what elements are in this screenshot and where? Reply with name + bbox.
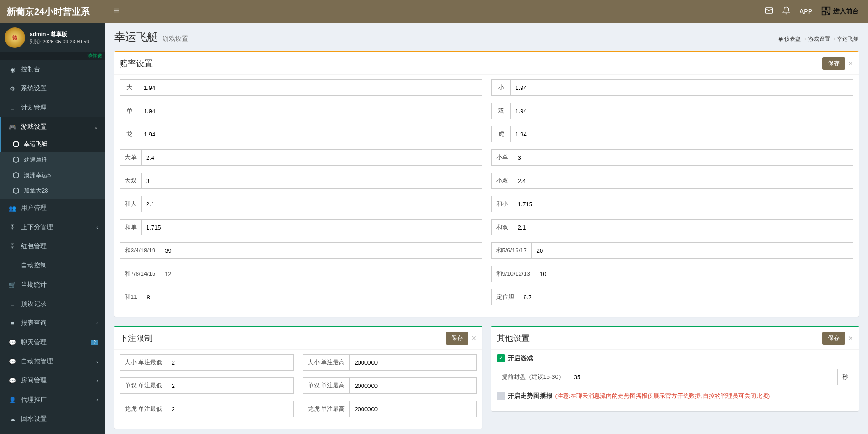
limit-input[interactable] xyxy=(167,401,294,417)
chevron-left-icon: ‹ xyxy=(96,359,98,364)
svg-rect-5 xyxy=(827,7,830,10)
odds-input[interactable] xyxy=(141,149,482,166)
odds-input[interactable] xyxy=(160,242,482,259)
odds-input[interactable] xyxy=(139,79,482,96)
top-navbar: 新葡京24小时营业系 APP 进入前台 xyxy=(0,0,868,23)
odds-label: 大双 xyxy=(120,173,141,189)
odds-input[interactable] xyxy=(139,126,482,142)
sidebar-item-console[interactable]: ◉控制台 xyxy=(0,60,105,79)
dashboard-icon: ◉ xyxy=(778,36,783,42)
sidebar-item-users[interactable]: 👥用户管理 xyxy=(0,199,105,218)
odds-label: 和5/6/16/17 xyxy=(491,242,531,259)
cloud-icon: ☁ xyxy=(8,416,16,423)
sidebar-toggle[interactable] xyxy=(105,7,128,16)
pre-close-input[interactable] xyxy=(569,369,838,385)
sidebar-item-autotuo[interactable]: 💬自动拖管理‹ xyxy=(0,352,105,371)
frontend-link[interactable]: 进入前台 xyxy=(821,6,859,17)
limit-input[interactable] xyxy=(167,354,294,371)
sidebar-item-system[interactable]: ⚙系统设置 xyxy=(0,79,105,98)
sidebar-item-plan[interactable]: ≡计划管理 xyxy=(0,98,105,117)
trend-label: 开启走势图播报 xyxy=(508,392,552,400)
sidebar-item-auto[interactable]: ≡自动控制 xyxy=(0,256,105,275)
users-icon: 👥 xyxy=(8,205,16,212)
chevron-left-icon: ‹ xyxy=(96,320,98,326)
sidebar-item-room[interactable]: 💬房间管理‹ xyxy=(0,371,105,390)
pre-close-label: 提前封盘（建议15-30） xyxy=(497,369,569,385)
list-icon: ≡ xyxy=(8,262,16,269)
sidebar-item-game[interactable]: 🎮游戏设置⌄ xyxy=(0,117,105,136)
database-icon: 🗄 xyxy=(8,243,16,250)
odds-input[interactable] xyxy=(513,149,854,166)
odds-label: 单 xyxy=(120,103,139,119)
odds-label: 和小 xyxy=(491,196,513,212)
odds-label: 和双 xyxy=(491,219,513,235)
sidebar: 德 admin - 尊享版 到期: 2025-05-09 23:59:59 游侠… xyxy=(0,23,105,434)
odds-input[interactable] xyxy=(510,103,854,119)
user-name: admin - 尊享版 xyxy=(30,31,89,38)
chevron-left-icon: ‹ xyxy=(96,397,98,403)
sidebar-item-agent[interactable]: 👤代理推广‹ xyxy=(0,390,105,409)
sidebar-subitem-jnd28[interactable]: 加拿大28 xyxy=(0,183,105,199)
odds-input[interactable] xyxy=(513,219,854,235)
limit-input[interactable] xyxy=(349,354,476,371)
odds-input[interactable] xyxy=(519,289,854,305)
odds-label: 小双 xyxy=(491,173,513,189)
sidebar-item-preset[interactable]: ≡预设记录 xyxy=(0,294,105,314)
user-expire: 2025-05-09 23:59:59 xyxy=(42,39,89,44)
odds-input[interactable] xyxy=(141,173,482,189)
close-icon[interactable]: ✕ xyxy=(471,335,477,342)
limit-input[interactable] xyxy=(349,377,476,394)
odds-label: 和大 xyxy=(120,196,141,212)
sidebar-subitem-jsmt[interactable]: 劲速摩托 xyxy=(0,152,105,167)
sidebar-item-chat[interactable]: 💬聊天管理2 xyxy=(0,333,105,352)
odds-input[interactable] xyxy=(535,266,853,282)
odds-input[interactable] xyxy=(510,126,854,142)
odds-input[interactable] xyxy=(139,103,482,119)
bell-icon[interactable] xyxy=(782,6,790,16)
odds-input[interactable] xyxy=(531,242,853,259)
odds-input[interactable] xyxy=(160,266,482,282)
mail-icon[interactable] xyxy=(765,6,773,16)
svg-rect-6 xyxy=(822,11,826,15)
odds-label: 龙 xyxy=(120,126,139,142)
save-button[interactable]: 保存 xyxy=(822,57,845,70)
odds-input[interactable] xyxy=(510,79,854,96)
sidebar-item-report[interactable]: ≡报表查询‹ xyxy=(0,314,105,333)
sidebar-item-score[interactable]: 🗄上下分管理‹ xyxy=(0,218,105,237)
chat-badge: 2 xyxy=(91,340,98,345)
odds-label: 大 xyxy=(120,79,139,96)
odds-input[interactable] xyxy=(142,289,482,305)
odds-input[interactable] xyxy=(513,196,854,212)
avatar: 德 xyxy=(5,27,25,48)
dashboard-icon: ◉ xyxy=(8,66,16,73)
chevron-left-icon: ‹ xyxy=(96,225,98,230)
circle-icon xyxy=(13,141,19,147)
odds-label: 和11 xyxy=(120,289,142,305)
other-title: 其他设置 xyxy=(497,333,530,344)
save-button[interactable]: 保存 xyxy=(822,332,845,345)
trend-checkbox[interactable] xyxy=(497,392,505,400)
limit-input[interactable] xyxy=(349,401,476,417)
save-button[interactable]: 保存 xyxy=(446,332,468,345)
close-icon[interactable]: ✕ xyxy=(848,335,853,342)
cart-icon: 🛒 xyxy=(8,282,16,288)
users-icon: 👤 xyxy=(8,397,16,403)
limit-label: 大小 单注最高 xyxy=(303,354,350,371)
close-icon[interactable]: ✕ xyxy=(848,60,853,67)
odds-input[interactable] xyxy=(141,219,482,235)
odds-input[interactable] xyxy=(513,173,854,189)
chevron-down-icon: ⌄ xyxy=(94,124,98,130)
limits-box: 下注限制 保存 ✕ 大小 单注最低大小 单注最高单双 单注最低单双 单注最高龙虎… xyxy=(114,326,482,429)
frontend-label: 进入前台 xyxy=(833,7,859,16)
odds-input[interactable] xyxy=(141,196,482,212)
limit-input[interactable] xyxy=(167,377,294,394)
sidebar-item-bonus[interactable]: 🗄红包管理 xyxy=(0,237,105,256)
sidebar-item-huishui[interactable]: ☁回水设置 xyxy=(0,409,105,429)
app-link[interactable]: APP xyxy=(800,8,812,15)
enable-game-checkbox[interactable]: ✓ xyxy=(497,354,505,362)
sidebar-subitem-xyft[interactable]: 幸运飞艇 xyxy=(0,136,105,152)
limits-title: 下注限制 xyxy=(120,333,153,344)
list-icon: ≡ xyxy=(8,301,16,308)
sidebar-subitem-azxy5[interactable]: 澳洲幸运5 xyxy=(0,167,105,183)
sidebar-item-period[interactable]: 🛒当期统计 xyxy=(0,275,105,294)
